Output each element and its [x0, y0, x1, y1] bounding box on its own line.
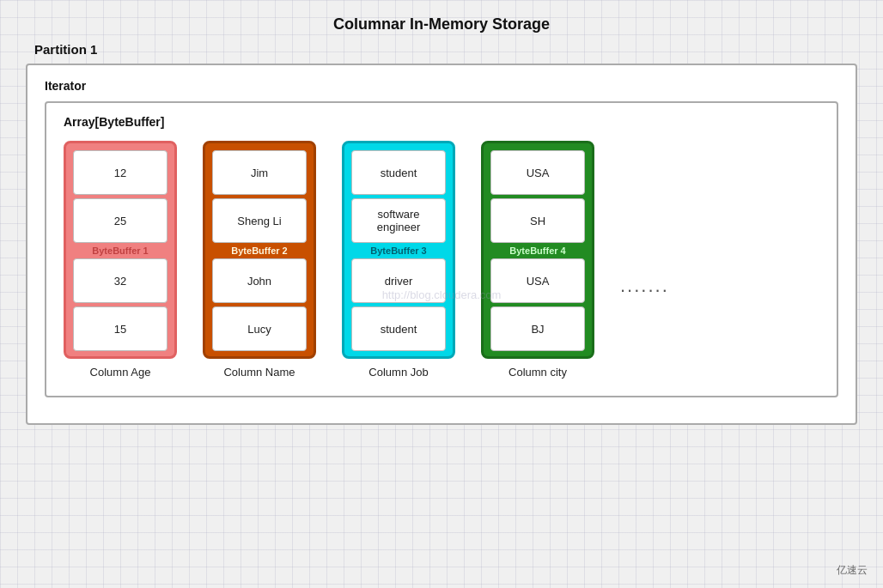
bb-label-city: ByteBuffer 4: [490, 243, 585, 258]
page-title: Columnar In-Memory Storage: [0, 0, 883, 42]
bb-label-job: ByteBuffer 3: [351, 243, 446, 258]
column-container-job: studentsoftware engineerByteBuffer 3driv…: [342, 141, 455, 379]
cell-job-bottom-0: driver: [351, 258, 446, 303]
column-container-name: JimSheng LiByteBuffer 2JohnLucyColumn Na…: [203, 141, 316, 379]
cell-name-bottom-1: Lucy: [212, 306, 307, 351]
cell-city-top-0: USA: [490, 150, 585, 195]
brand-logo: 亿速云: [837, 563, 868, 578]
cell-city-bottom-1: BJ: [490, 306, 585, 351]
partition-label: Partition 1: [0, 42, 883, 57]
byte-buffer-job: studentsoftware engineerByteBuffer 3driv…: [342, 141, 455, 359]
cell-name-top-1: Sheng Li: [212, 198, 307, 243]
column-label-age: Column Age: [90, 366, 151, 379]
column-label-job: Column Job: [368, 366, 428, 379]
column-container-city: USASHByteBuffer 4USABJColumn city: [481, 141, 594, 379]
byte-buffer-city: USASHByteBuffer 4USABJ: [481, 141, 594, 359]
columns-row: 1225ByteBuffer 13215Column AgeJimSheng L…: [64, 141, 819, 379]
cell-city-bottom-0: USA: [490, 258, 585, 303]
iterator-label: Iterator: [45, 79, 838, 93]
iterator-box: Iterator Array[ByteBuffer] 1225ByteBuffe…: [26, 64, 857, 425]
array-box: Array[ByteBuffer] 1225ByteBuffer 13215Co…: [45, 101, 838, 397]
cell-city-top-1: SH: [490, 198, 585, 243]
cell-job-bottom-1: student: [351, 306, 446, 351]
bb-label-age: ByteBuffer 1: [73, 243, 167, 258]
cell-age-bottom-0: 32: [73, 258, 167, 303]
cell-age-bottom-1: 15: [73, 306, 167, 351]
dots-indicator: .......: [620, 275, 669, 297]
cell-name-top-0: Jim: [212, 150, 307, 195]
column-label-city: Column city: [508, 366, 567, 379]
cell-age-top-0: 12: [73, 150, 167, 195]
byte-buffer-age: 1225ByteBuffer 13215: [64, 141, 177, 359]
cell-age-top-1: 25: [73, 198, 167, 243]
column-container-age: 1225ByteBuffer 13215Column Age: [64, 141, 177, 379]
cell-job-top-1: software engineer: [351, 198, 446, 243]
bb-label-name: ByteBuffer 2: [212, 243, 307, 258]
column-label-name: Column Name: [223, 366, 295, 379]
byte-buffer-name: JimSheng LiByteBuffer 2JohnLucy: [203, 141, 316, 359]
cell-job-top-0: student: [351, 150, 446, 195]
cell-name-bottom-0: John: [212, 258, 307, 303]
array-label: Array[ByteBuffer]: [64, 115, 819, 129]
